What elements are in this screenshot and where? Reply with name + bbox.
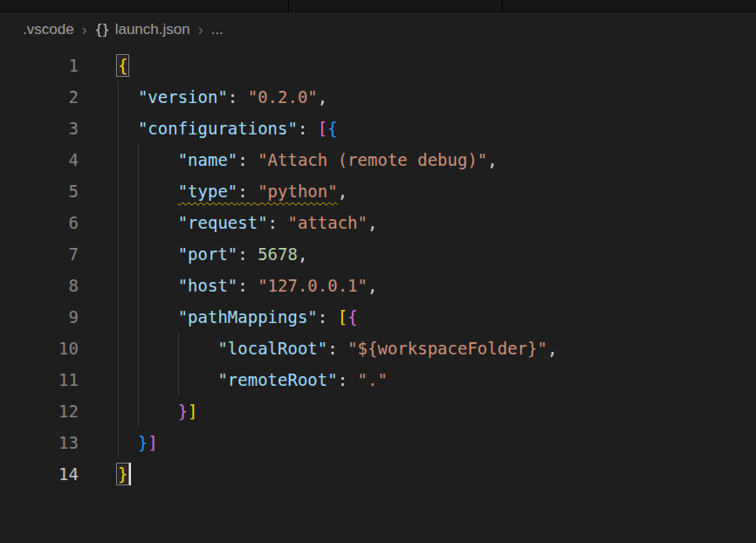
code-token: ]: [188, 402, 197, 421]
code-line[interactable]: 4 "name": "Attach (remote debug)",: [0, 144, 756, 175]
code-token: "name": [178, 150, 238, 169]
code-line-content[interactable]: }]: [118, 395, 756, 427]
code-line-content[interactable]: "request": "attach",: [118, 207, 756, 238]
line-number[interactable]: 13: [0, 427, 79, 458]
code-line[interactable]: 9 "pathMappings": [{: [0, 301, 756, 333]
indent-guide: [118, 175, 119, 207]
code-token: "attach": [287, 213, 368, 232]
code-token: [118, 276, 178, 295]
line-number[interactable]: 3: [0, 113, 79, 144]
breadcrumb-file[interactable]: launch.json: [115, 21, 190, 38]
code-token: :: [237, 276, 258, 295]
line-number[interactable]: 9: [0, 301, 79, 333]
code-line[interactable]: 2 "version": "0.2.0",: [0, 81, 756, 113]
code-token: 5678: [258, 244, 298, 264]
indent-guide: [138, 364, 139, 395]
breadcrumb-folder[interactable]: .vscode: [23, 21, 74, 38]
code-token: [118, 433, 138, 452]
code-line-content[interactable]: "port": 5678,: [118, 238, 756, 270]
line-number[interactable]: 6: [0, 207, 79, 238]
indent-guide: [118, 238, 119, 270]
matched-bracket: }: [118, 464, 127, 484]
line-number[interactable]: 8: [0, 270, 79, 301]
matched-bracket: {: [118, 56, 127, 75]
line-number[interactable]: 12: [0, 395, 79, 427]
indent-guide: [118, 364, 119, 395]
code-token: :: [228, 87, 248, 107]
code-line[interactable]: 11 "remoteRoot": ".": [0, 364, 756, 395]
code-token: [118, 402, 178, 421]
json-file-icon: {}: [95, 22, 109, 38]
breadcrumb-symbol-path[interactable]: ...: [211, 21, 223, 38]
code-token: :: [237, 150, 258, 169]
code-line-content[interactable]: "name": "Attach (remote debug)",: [118, 144, 756, 175]
code-token: "pathMappings": [178, 307, 318, 326]
code-line-content[interactable]: "localRoot": "${workspaceFolder}",: [118, 333, 756, 364]
indent-guide: [118, 207, 119, 238]
code-token: ,: [368, 276, 377, 295]
line-number[interactable]: 4: [0, 144, 79, 175]
indent-guide: [138, 144, 139, 175]
code-line[interactable]: 1{: [0, 50, 756, 81]
indent-guide: [138, 395, 139, 427]
line-number[interactable]: 14: [0, 458, 79, 490]
code-line-content[interactable]: "host": "127.0.0.1",: [118, 270, 756, 301]
line-number[interactable]: 2: [0, 81, 79, 113]
code-line[interactable]: 7 "port": 5678,: [0, 238, 756, 270]
indent-guide: [138, 175, 139, 207]
code-line[interactable]: 6 "request": "attach",: [0, 207, 756, 238]
code-line-content[interactable]: "type": "python",: [118, 175, 756, 207]
code-line-content[interactable]: }: [118, 458, 756, 490]
code-token: [118, 119, 138, 138]
code-token: ".": [358, 370, 388, 389]
code-token: [118, 150, 178, 169]
indent-guide: [118, 333, 119, 364]
code-token: [118, 307, 178, 326]
text-cursor: [129, 463, 131, 485]
code-line[interactable]: 10 "localRoot": "${workspaceFolder}",: [0, 333, 756, 364]
line-number[interactable]: 1: [0, 50, 79, 81]
code-token: }: [138, 433, 148, 452]
code-token: "Attach (remote debug)": [258, 150, 487, 169]
code-token: [118, 370, 217, 389]
code-editor[interactable]: 1{2 "version": "0.2.0",3 "configurations…: [0, 47, 756, 490]
code-token: "${workspaceFolder}": [347, 339, 547, 358]
line-number[interactable]: 7: [0, 238, 79, 270]
indent-guide: [138, 333, 139, 364]
code-line-content[interactable]: }]: [118, 427, 756, 458]
code-token: :: [268, 213, 288, 232]
code-token: ,: [547, 339, 557, 358]
code-token: {: [327, 119, 337, 138]
line-number[interactable]: 5: [0, 175, 79, 207]
code-line[interactable]: 8 "host": "127.0.0.1",: [0, 270, 756, 301]
indent-guide: [138, 301, 139, 333]
line-number[interactable]: 10: [0, 333, 79, 364]
code-line[interactable]: 5 "type": "python",: [0, 175, 756, 207]
code-line-content[interactable]: "pathMappings": [{: [118, 301, 756, 333]
code-line[interactable]: 14}: [0, 458, 756, 490]
indent-guide: [118, 81, 119, 113]
code-line-content[interactable]: "configurations": [{: [118, 113, 756, 144]
code-token: :: [327, 339, 347, 358]
code-token: ,: [298, 244, 307, 264]
code-line[interactable]: 13 }]: [0, 427, 756, 458]
breadcrumb-chevron-icon: ›: [82, 21, 87, 39]
code-token: }: [178, 402, 188, 421]
code-lines: 1{2 "version": "0.2.0",3 "configurations…: [0, 50, 756, 490]
code-token: "request": [178, 213, 268, 232]
code-token: "version": [138, 87, 228, 107]
code-token: :: [237, 244, 258, 264]
code-line[interactable]: 3 "configurations": [{: [0, 113, 756, 144]
code-token: ,: [368, 213, 377, 232]
code-line-content[interactable]: "remoteRoot": ".": [118, 364, 756, 395]
code-token: "python": [258, 182, 338, 201]
indent-guide: [118, 427, 119, 458]
line-number[interactable]: 11: [0, 364, 79, 395]
code-line[interactable]: 12 }]: [0, 395, 756, 427]
code-token: :: [298, 119, 318, 138]
code-token: [118, 339, 217, 358]
code-token: "0.2.0": [248, 87, 318, 107]
code-line-content[interactable]: "version": "0.2.0",: [118, 81, 756, 113]
indent-guide: [138, 207, 139, 238]
code-line-content[interactable]: {: [118, 50, 756, 81]
